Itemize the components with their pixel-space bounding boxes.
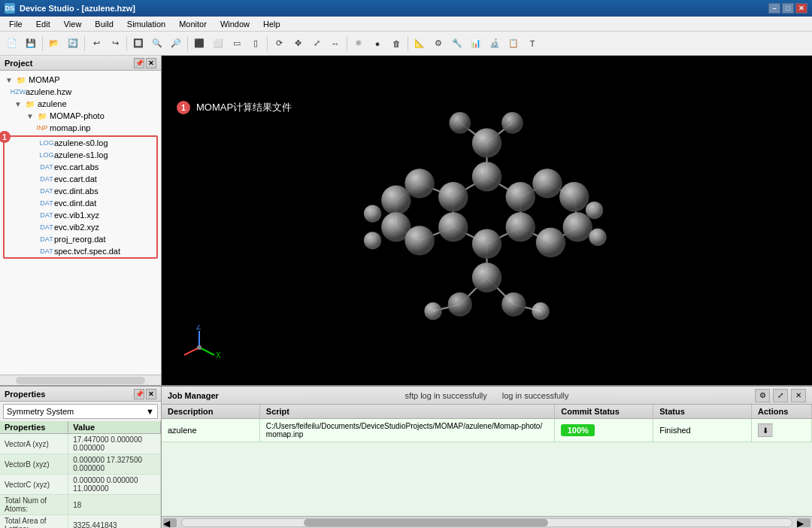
project-close-button[interactable]: ✕ — [146, 58, 156, 68]
svg-point-26 — [506, 182, 535, 211]
menu-view[interactable]: View — [58, 18, 88, 30]
tree-item-momap-inp[interactable]: INP momap.inp — [0, 122, 161, 134]
toolbar-zoom-out[interactable]: 🔎 — [167, 35, 185, 53]
toolbar-pan[interactable]: ✥ — [289, 35, 307, 53]
prop-value: 18 — [68, 495, 161, 515]
job-close-button[interactable]: ✕ — [791, 389, 806, 402]
tree-item-spec-tvcf[interactable]: DAT spec.tvcf.spec.dat — [5, 245, 156, 257]
properties-table: Properties Value VectorA (xyz)17.447000 … — [0, 421, 161, 528]
col-status: Status — [653, 405, 752, 418]
svg-line-51 — [199, 347, 214, 355]
job-commit-status: 100% — [555, 419, 653, 442]
toolbar-save[interactable]: 💾 — [22, 35, 40, 53]
file-icon: DAT — [41, 198, 53, 208]
svg-point-38 — [536, 228, 565, 257]
tree-item-evc-vib2[interactable]: DAT evc.vib2.xyz — [5, 221, 156, 233]
tree-item-proj-reorg[interactable]: DAT proj_reorg.dat — [5, 233, 156, 245]
toolbar-refresh[interactable]: 🔄 — [64, 35, 82, 53]
properties-pin-button[interactable]: 📌 — [134, 389, 144, 399]
tree-item-azulene-folder[interactable]: ▼ 📁 azulene — [0, 98, 161, 110]
file-icon: DAT — [41, 162, 53, 172]
svg-point-47 — [364, 205, 381, 222]
svg-point-28 — [472, 229, 501, 259]
toolbar-new[interactable]: 📄 — [3, 35, 21, 53]
scroll-right[interactable]: ▶ — [797, 518, 810, 527]
job-expand-button[interactable]: ⤢ — [773, 389, 788, 402]
tree-label: azulene-s1.log — [54, 150, 108, 159]
maximize-button[interactable]: □ — [782, 3, 794, 14]
menu-file[interactable]: File — [3, 18, 29, 30]
svg-point-25 — [472, 162, 501, 191]
toolbar-view-side[interactable]: ▯ — [247, 35, 265, 53]
toolbar-measure[interactable]: 📐 — [411, 35, 429, 53]
menu-help[interactable]: Help — [257, 18, 286, 30]
toolbar-open[interactable]: 📂 — [45, 35, 63, 53]
toolbar-redo[interactable]: ↪ — [106, 35, 124, 53]
toolbar-extra1[interactable]: 🔧 — [448, 35, 466, 53]
viewer-3d[interactable]: 1 MOMAP计算结果文件 — [162, 56, 812, 385]
menu-simulation[interactable]: Simulation — [121, 18, 171, 30]
svg-point-40 — [448, 293, 472, 317]
scroll-left[interactable]: ◀ — [163, 518, 177, 527]
toolbar-extra3[interactable]: 🔬 — [486, 35, 504, 53]
toolbar-text[interactable]: T — [523, 35, 541, 53]
toolbar-sep-5 — [267, 36, 268, 51]
commit-bar: 100% — [561, 424, 595, 436]
toolbar-view-front[interactable]: ▭ — [228, 35, 246, 53]
tree-item-momap-photo[interactable]: ▼ 📁 MOMAP-photo — [0, 110, 161, 122]
symmetry-dropdown[interactable]: Symmetry System ▼ — [3, 404, 158, 419]
scrollbar-thumb — [304, 519, 547, 526]
menu-window[interactable]: Window — [214, 18, 256, 30]
toolbar-extra4[interactable]: 📋 — [504, 35, 523, 53]
job-manager-title: Job Manager — [168, 391, 219, 400]
tree-label: evc.cart.dat — [54, 174, 97, 184]
toolbar-view-3d[interactable]: ⬛ — [190, 35, 208, 53]
tree-item-s0-log[interactable]: LOG azulene-s0.log — [5, 137, 156, 149]
svg-point-56 — [197, 345, 201, 350]
toolbar-translate[interactable]: ↔ — [326, 35, 344, 53]
tree-item-evc-vib1[interactable]: DAT evc.vib1.xyz — [5, 209, 156, 221]
project-tree[interactable]: ▼ 📁 MOMAP HZW azulene.hzw ▼ 📁 azulene — [0, 71, 161, 375]
toolbar-undo[interactable]: ↩ — [87, 35, 105, 53]
toolbar-atom[interactable]: ● — [368, 35, 386, 53]
toolbar-extra2[interactable]: 📊 — [467, 35, 485, 53]
menu-edit[interactable]: Edit — [30, 18, 56, 30]
toolbar-zoom-in[interactable]: 🔍 — [148, 35, 166, 53]
menu-monitor[interactable]: Monitor — [173, 18, 213, 30]
tree-item-evc-cart-dat[interactable]: DAT evc.cart.dat — [5, 173, 156, 185]
properties-close-button[interactable]: ✕ — [146, 389, 156, 399]
tree-item-momap[interactable]: ▼ 📁 MOMAP — [0, 74, 161, 86]
tree-item-evc-dint-dat[interactable]: DAT evc.dint.dat — [5, 197, 156, 209]
minimize-button[interactable]: – — [768, 3, 780, 14]
symmetry-label: Symmetry System — [7, 407, 74, 416]
svg-point-42 — [472, 129, 501, 158]
job-settings-button[interactable]: ⚙ — [755, 389, 770, 402]
close-button[interactable]: ✕ — [795, 3, 807, 14]
tree-label: proj_reorg.dat — [54, 235, 106, 244]
tree-label: evc.dint.dat — [54, 199, 96, 208]
job-actions[interactable]: ⬇ — [752, 419, 812, 442]
tree-label: azulene-s0.log — [54, 138, 108, 147]
project-pin-button[interactable]: 📌 — [134, 58, 144, 68]
annotation-badge: 1 — [177, 101, 190, 114]
toolbar-view-top[interactable]: ⬜ — [209, 35, 227, 53]
toolbar-bond[interactable]: ⚛ — [350, 35, 368, 53]
tree-item-s1-log[interactable]: LOG azulene-s1.log — [5, 149, 156, 161]
file-icon: DAT — [41, 246, 53, 256]
menu-build[interactable]: Build — [89, 18, 119, 30]
job-download-button[interactable]: ⬇ — [758, 423, 773, 437]
horizontal-scrollbar[interactable] — [181, 518, 792, 527]
project-tree-scrollbar[interactable] — [0, 375, 161, 385]
toolbar-scale[interactable]: ⤢ — [308, 35, 326, 53]
tree-item-evc-dint-abs[interactable]: DAT evc.dint.abs — [5, 185, 156, 197]
tree-item-evc-cart-abs[interactable]: DAT evc.cart.abs — [5, 161, 156, 173]
toolbar-delete[interactable]: 🗑 — [387, 35, 405, 53]
toolbar: 📄 💾 📂 🔄 ↩ ↪ 🔲 🔍 🔎 ⬛ ⬜ ▭ ▯ ⟳ ✥ ⤢ ↔ ⚛ ● 🗑 … — [0, 32, 812, 56]
tree-label: evc.vib1.xyz — [54, 211, 99, 220]
svg-point-48 — [364, 232, 381, 249]
tree-item-azulene-hzw[interactable]: HZW azulene.hzw — [0, 86, 161, 98]
toolbar-select[interactable]: 🔲 — [129, 35, 147, 53]
toolbar-rotate[interactable]: ⟳ — [270, 35, 288, 53]
toolbar-settings[interactable]: ⚙ — [429, 35, 447, 53]
arrow-icon: ▼ — [12, 99, 24, 109]
